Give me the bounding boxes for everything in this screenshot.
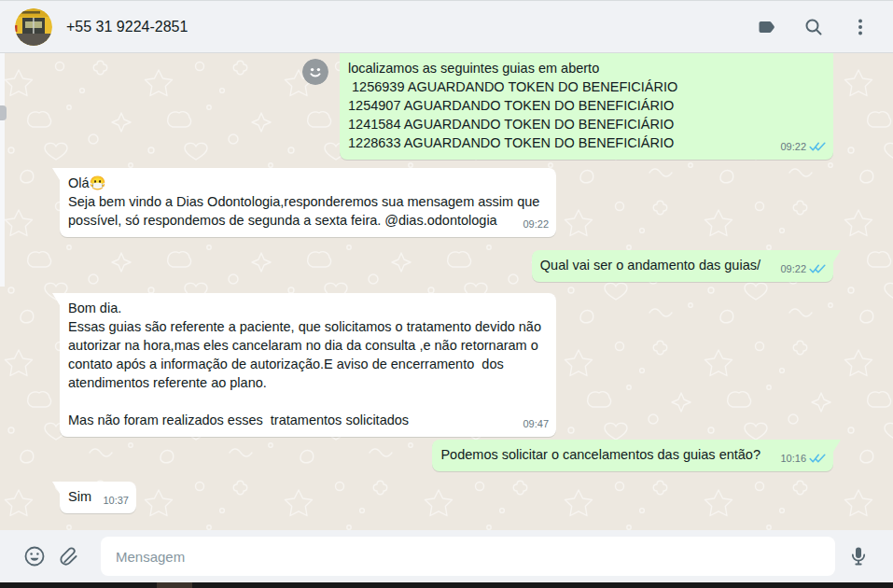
message-meta: 10:16	[780, 449, 826, 468]
message-time: 09:47	[523, 414, 549, 433]
chat-area: localizamos as seguintes guias em aberto…	[0, 53, 893, 530]
message-time: 10:16	[780, 449, 806, 468]
message-bubble[interactable]: Sim 10:37	[60, 482, 136, 513]
emoji-icon[interactable]	[22, 544, 47, 568]
message-time: 09:22	[523, 215, 549, 233]
label-icon[interactable]	[756, 16, 778, 38]
double-check-icon	[809, 453, 826, 464]
attachment-icon[interactable]	[58, 544, 82, 568]
default-avatar-icon	[302, 59, 328, 85]
search-icon[interactable]	[802, 16, 825, 38]
message-row: Bom dia. Essas guias são referente a pac…	[60, 293, 833, 437]
message-text: Qual vai ser o andamento das guias/	[540, 258, 760, 273]
kebab-menu-icon[interactable]	[849, 16, 872, 38]
chat-header: +55 31 9224-2851	[0, 1, 893, 53]
message-row: Podemos solicitar o cancelamentos das gu…	[60, 440, 833, 471]
message-meta: 09:22	[523, 215, 549, 233]
message-bubble[interactable]: Qual vai ser o andamento das guias/ 09:2…	[532, 250, 833, 282]
double-check-icon	[809, 141, 826, 152]
message-text: Bom dia. Essas guias são referente a pac…	[68, 301, 545, 427]
taskbar-strip	[0, 582, 893, 588]
message-row: Olá😷 Seja bem vindo a Dias Odontologia,r…	[60, 168, 833, 237]
message-meta: 10:37	[103, 491, 129, 510]
contact-avatar[interactable]	[15, 8, 52, 46]
message-time: 10:37	[103, 491, 129, 510]
storefront-photo	[15, 8, 52, 46]
message-text: Podemos solicitar o cancelamentos das gu…	[440, 447, 760, 462]
sender-default-avatar[interactable]	[302, 59, 328, 85]
message-bubble[interactable]: Olá😷 Seja bem vindo a Dias Odontologia,r…	[60, 168, 556, 237]
message-text: Olá😷 Seja bem vindo a Dias Odontologia,r…	[68, 175, 543, 228]
taskbar-strip-segment	[157, 582, 192, 588]
double-check-icon	[809, 263, 826, 274]
header-actions	[756, 16, 872, 38]
message-row: localizamos as seguintes guias em aberto…	[60, 53, 833, 160]
message-bubble[interactable]: Podemos solicitar o cancelamentos das gu…	[432, 440, 833, 471]
contact-name[interactable]: +55 31 9224-2851	[66, 19, 756, 35]
message-list: localizamos as seguintes guias em aberto…	[0, 53, 893, 513]
message-meta: 09:22	[780, 259, 826, 278]
message-row: Sim 10:37	[60, 482, 833, 513]
message-time: 09:22	[780, 259, 806, 278]
message-time: 09:22	[780, 137, 806, 156]
whatsapp-window: +55 31 9224-2851	[0, 0, 893, 588]
composer-bar	[0, 530, 893, 582]
message-text: Sim	[68, 489, 91, 504]
microphone-icon[interactable]	[846, 544, 871, 568]
message-text: localizamos as seguintes guias em aberto…	[348, 61, 677, 150]
message-bubble[interactable]: Bom dia. Essas guias são referente a pac…	[60, 293, 556, 437]
message-bubble[interactable]: localizamos as seguintes guias em aberto…	[340, 53, 833, 160]
message-meta: 09:47	[523, 414, 549, 433]
message-input[interactable]	[101, 537, 835, 576]
message-row: Qual vai ser o andamento das guias/ 09:2…	[60, 250, 833, 282]
message-meta: 09:22	[780, 137, 826, 156]
